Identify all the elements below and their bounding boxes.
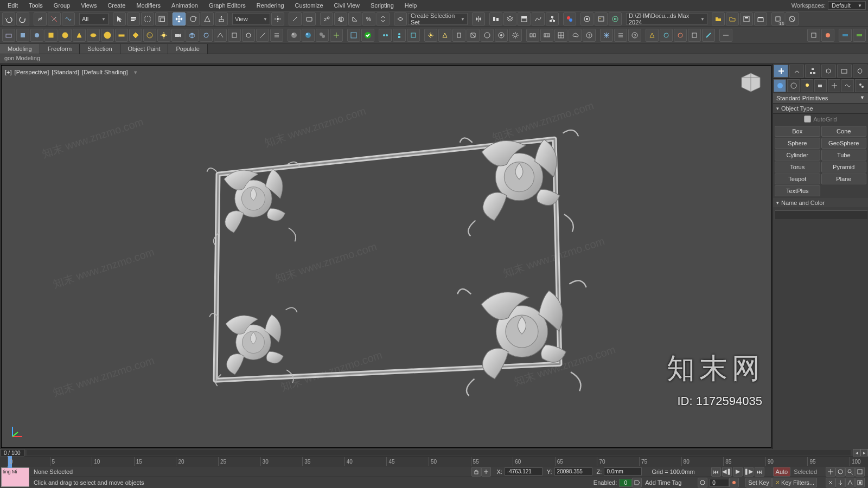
set-project-button[interactable] <box>726 12 739 25</box>
menu-create[interactable]: Create <box>102 1 131 10</box>
primitive-textplus-button[interactable]: TextPlus <box>775 185 820 196</box>
create-systems-icon[interactable] <box>855 79 867 92</box>
goto-start-button[interactable]: ⏮ <box>711 467 721 477</box>
cmd-tab-modify[interactable] <box>789 65 804 78</box>
tb2-icon[interactable] <box>821 29 834 42</box>
list-icon[interactable] <box>614 29 627 42</box>
primitive-geosphere-button[interactable]: GeoSphere <box>821 138 867 149</box>
tb2-icon[interactable] <box>59 29 72 42</box>
menu-animation[interactable]: Animation <box>166 1 203 10</box>
select-and-rotate-button[interactable] <box>187 12 200 25</box>
x-coord-input[interactable]: -4763.121 <box>505 467 542 476</box>
tb2-icon[interactable] <box>526 29 539 42</box>
tb2-icon[interactable] <box>214 29 227 42</box>
render-setup-button[interactable] <box>580 12 593 25</box>
key-filters-button[interactable]: Key Filters... <box>772 478 817 487</box>
light-spot-icon[interactable] <box>438 29 451 42</box>
tb2-icon[interactable] <box>379 29 392 42</box>
end-isolate-button[interactable] <box>786 12 799 25</box>
rollout-object-type[interactable]: ▾Object Type <box>773 104 868 114</box>
toggle-ribbon-button[interactable] <box>518 12 531 25</box>
tb2-icon[interactable] <box>688 29 701 42</box>
tb2-icon[interactable] <box>129 29 142 42</box>
tb2-icon[interactable] <box>839 29 852 42</box>
link-button[interactable] <box>34 12 47 25</box>
menu-help[interactable]: Help <box>399 1 423 10</box>
viewport-render-label[interactable]: [Standard] <box>52 69 79 75</box>
menu-group[interactable]: Group <box>48 1 76 10</box>
create-shapes-icon[interactable] <box>787 79 800 92</box>
viewport-view-label[interactable]: [Perspective] <box>15 69 49 75</box>
nav-walk-button[interactable] <box>835 478 845 487</box>
tb2-icon[interactable] <box>674 29 687 42</box>
nav-zoom-button[interactable] <box>845 467 855 477</box>
snowflake-icon[interactable] <box>600 29 613 42</box>
camera-icon[interactable] <box>171 29 184 42</box>
enabled-value[interactable]: 0 <box>619 479 632 487</box>
next-frame-button[interactable]: ❚▶ <box>744 467 754 477</box>
light-omni-icon[interactable] <box>424 29 437 42</box>
light-icon[interactable] <box>157 29 170 42</box>
tb2-icon[interactable] <box>228 29 241 42</box>
rendered-frame-button[interactable] <box>595 12 608 25</box>
nav-fov-button[interactable] <box>845 478 855 487</box>
tb2-icon[interactable] <box>30 29 43 42</box>
tb2-icon[interactable] <box>101 29 114 42</box>
tb2-icon[interactable] <box>646 29 659 42</box>
tb2-icon[interactable] <box>407 29 420 42</box>
sphere-blue-icon[interactable] <box>302 29 315 42</box>
select-and-move-button[interactable] <box>173 12 186 25</box>
help-icon[interactable]: ? <box>583 29 596 42</box>
ribbon-tab-object-paint[interactable]: Object Paint <box>120 44 169 54</box>
archive-button[interactable] <box>754 12 767 25</box>
viewport[interactable]: [+] [Perspective] [Standard] [Default Sh… <box>1 65 771 448</box>
current-time-input[interactable]: 0 <box>710 479 729 487</box>
primitive-pyramid-button[interactable]: Pyramid <box>821 162 867 172</box>
menu-tools[interactable]: Tools <box>23 1 48 10</box>
nav-orbit-button[interactable] <box>835 467 845 477</box>
tb2-icon[interactable] <box>853 29 866 42</box>
auto-key-button[interactable]: Auto <box>773 467 791 477</box>
create-helpers-icon[interactable] <box>828 79 840 92</box>
tb2-icon[interactable] <box>467 29 480 42</box>
menu-scripting[interactable]: Scripting <box>365 1 399 10</box>
save-button[interactable] <box>740 12 753 25</box>
tb2-icon[interactable] <box>316 29 329 42</box>
box-icon[interactable] <box>186 29 199 42</box>
maxscript-mini-listener[interactable]: ting Mi <box>1 467 29 487</box>
help2-icon[interactable]: ? <box>628 29 641 42</box>
menu-graph-editors[interactable]: Graph Editors <box>203 1 251 10</box>
tb2-icon[interactable] <box>540 29 553 42</box>
primitive-cone-button[interactable]: Cone <box>821 126 867 137</box>
ribbon-tab-selection[interactable]: Selection <box>80 44 120 54</box>
snap-2d-button[interactable]: 2 <box>320 12 333 25</box>
angle-snap-button[interactable] <box>348 12 361 25</box>
set-key-button[interactable]: Set Key <box>745 478 772 487</box>
open-recent-button[interactable] <box>712 12 725 25</box>
view-cube[interactable] <box>738 71 763 93</box>
keyboard-shortcut-override-button[interactable] <box>303 12 316 25</box>
tb2-icon[interactable] <box>2 29 15 42</box>
primitive-cylinder-button[interactable]: Cylinder <box>775 150 820 160</box>
align-button[interactable] <box>489 12 502 25</box>
select-and-scale-button[interactable] <box>201 12 214 25</box>
goto-end-button[interactable]: ⏭ <box>755 467 764 477</box>
tb2-icon[interactable] <box>347 29 360 42</box>
reference-coord-dropdown[interactable]: View▼ <box>232 13 270 25</box>
select-and-place-button[interactable] <box>215 12 228 25</box>
viewport-menu-icon[interactable]: [+] <box>5 69 12 75</box>
schematic-view-button[interactable] <box>546 12 559 25</box>
select-by-name-button[interactable] <box>127 12 140 25</box>
tb2-icon[interactable] <box>200 29 213 42</box>
checkmark-icon[interactable] <box>361 29 374 42</box>
mirror-button[interactable] <box>472 12 485 25</box>
abs-rel-icon[interactable] <box>481 467 491 477</box>
tb2-icon[interactable] <box>87 29 100 42</box>
create-geometry-icon[interactable] <box>774 79 786 92</box>
nav-max-toggle-button[interactable] <box>855 478 865 487</box>
time-slider[interactable]: 0 / 100 ◂ ▸ <box>0 449 868 457</box>
primitive-sphere-button[interactable]: Sphere <box>775 138 820 149</box>
cloud-icon[interactable] <box>569 29 582 42</box>
snap-3d-button[interactable]: 3 <box>334 12 347 25</box>
tb2-icon[interactable] <box>256 29 269 42</box>
